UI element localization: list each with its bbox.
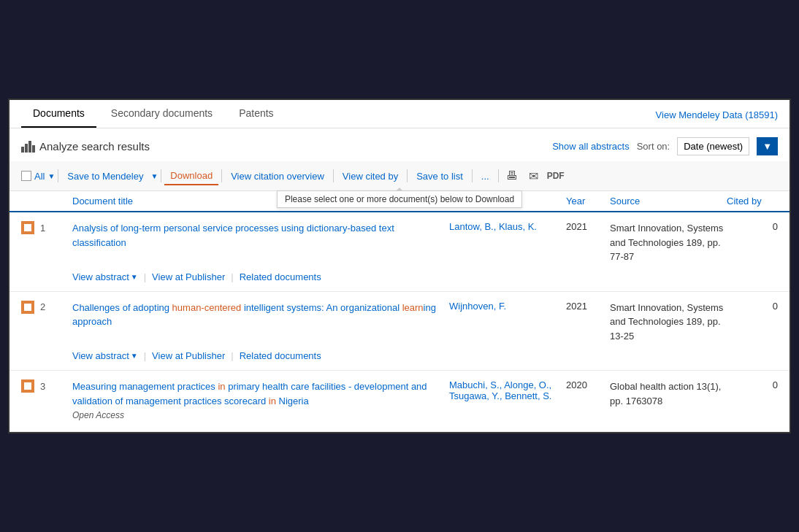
separator-3 — [221, 169, 222, 182]
save-to-list-button[interactable]: Save to list — [410, 168, 469, 185]
view-publisher-2[interactable]: View at Publisher — [152, 350, 225, 361]
tab-bar: Documents Secondary documents Patents Vi… — [9, 100, 790, 128]
more-options-button[interactable]: ... — [475, 168, 495, 185]
all-label[interactable]: All — [34, 171, 45, 182]
doc-cited-2: 0 — [727, 301, 778, 312]
document-row: 3 Measuring management practices in prim… — [9, 371, 790, 432]
related-docs-1[interactable]: Related documents — [240, 271, 321, 282]
sort-dropdown-arrow[interactable]: ▼ — [757, 137, 778, 155]
col-num — [21, 196, 72, 207]
doc-authors-3[interactable]: Mabuchi, S., Alonge, O., Tsugawa, Y., Be… — [449, 379, 566, 401]
col-year[interactable]: Year — [566, 196, 610, 207]
doc-title-2[interactable]: Challenges of adopting human-centered in… — [72, 301, 449, 329]
doc-checkbox-1[interactable] — [21, 221, 34, 234]
doc-number-3: 3 — [40, 381, 45, 392]
mendeley-link[interactable]: View Mendeley Data (18591) — [656, 102, 778, 128]
doc-year-1: 2021 — [566, 221, 610, 232]
all-chevron-icon[interactable]: ▼ — [47, 172, 55, 180]
open-access-badge: Open Access — [72, 410, 124, 420]
doc-year-2: 2021 — [566, 301, 610, 312]
doc-cited-1: 0 — [727, 221, 778, 232]
analyze-label: Analyze search results — [39, 140, 150, 153]
view-abstract-1[interactable]: View abstract ▼ — [72, 271, 138, 282]
doc-number-2: 2 — [40, 301, 45, 312]
view-cited-button[interactable]: View cited by — [337, 168, 404, 185]
view-abstract-2[interactable]: View abstract ▼ — [72, 350, 138, 361]
document-row: 2 Challenges of adopting human-centered … — [9, 292, 790, 371]
separator-5 — [407, 169, 408, 182]
toolbar: All ▼ Save to Mendeley ▼ Download View c… — [9, 161, 790, 191]
pdf-icon[interactable]: PDF — [546, 166, 566, 186]
download-tooltip: Please select one or more document(s) be… — [277, 190, 522, 208]
analyze-button[interactable]: Analyze search results — [21, 140, 150, 153]
doc-checkbox-3[interactable] — [21, 379, 34, 393]
doc-source-3: Global health action 13(1), pp. 1763078 — [610, 379, 727, 408]
doc-authors-2[interactable]: Wijnhoven, F. — [449, 301, 566, 312]
sort-dropdown[interactable]: Date (newest) — [677, 137, 749, 155]
checkbox-inner — [24, 382, 31, 390]
download-button[interactable]: Download — [164, 167, 218, 185]
doc-cited-3: 0 — [727, 379, 778, 390]
doc-number-1: 1 — [40, 223, 45, 234]
tab-secondary-documents[interactable]: Secondary documents — [99, 100, 224, 128]
bar-chart-icon — [21, 141, 35, 153]
doc-checkbox-2[interactable] — [21, 301, 34, 314]
save-to-mendeley-button[interactable]: Save to Mendeley — [61, 168, 149, 185]
tab-documents[interactable]: Documents — [21, 100, 96, 128]
view-citation-button[interactable]: View citation overview — [225, 168, 330, 185]
sort-value: Date (newest) — [684, 141, 743, 152]
doc-authors-1[interactable]: Lantow, B., Klaus, K. — [449, 221, 566, 232]
separator-4 — [333, 169, 334, 182]
save-mendeley-chevron-icon[interactable]: ▼ — [150, 172, 158, 180]
doc-title-1[interactable]: Analysis of long-term personal service p… — [72, 221, 449, 250]
doc-title-3[interactable]: Measuring management practices in primar… — [72, 379, 449, 423]
chevron-down-icon: ▼ — [762, 141, 772, 152]
document-row: 1 Analysis of long-term personal service… — [9, 212, 790, 292]
show-abstracts-button[interactable]: Show all abstracts — [552, 141, 630, 152]
separator-7 — [498, 169, 499, 182]
col-source[interactable]: Source — [610, 196, 727, 207]
checkbox-inner — [24, 224, 31, 231]
select-all-checkbox[interactable]: All ▼ — [21, 171, 55, 182]
sort-label: Sort on: — [637, 141, 670, 152]
doc-source-1: Smart Innovation, Systems and Technologi… — [610, 221, 727, 264]
col-cited-by[interactable]: Cited by — [727, 196, 778, 207]
checkbox-inner — [24, 304, 31, 311]
doc-source-2: Smart Innovation, Systems and Technologi… — [610, 301, 727, 344]
all-checkbox[interactable] — [21, 171, 31, 181]
separator-6 — [472, 169, 473, 182]
header-row: Analyze search results Show all abstract… — [9, 128, 790, 161]
chevron-down-icon: ▼ — [131, 273, 138, 281]
separator-1 — [58, 169, 58, 182]
print-icon[interactable]: 🖶 — [502, 166, 522, 186]
tab-patents[interactable]: Patents — [227, 100, 285, 128]
related-docs-2[interactable]: Related documents — [240, 350, 321, 361]
chevron-down-icon: ▼ — [131, 352, 138, 360]
separator-2 — [161, 169, 161, 182]
view-publisher-1[interactable]: View at Publisher — [152, 271, 225, 282]
doc-year-3: 2020 — [566, 379, 610, 390]
email-icon[interactable]: ✉ — [524, 166, 544, 186]
